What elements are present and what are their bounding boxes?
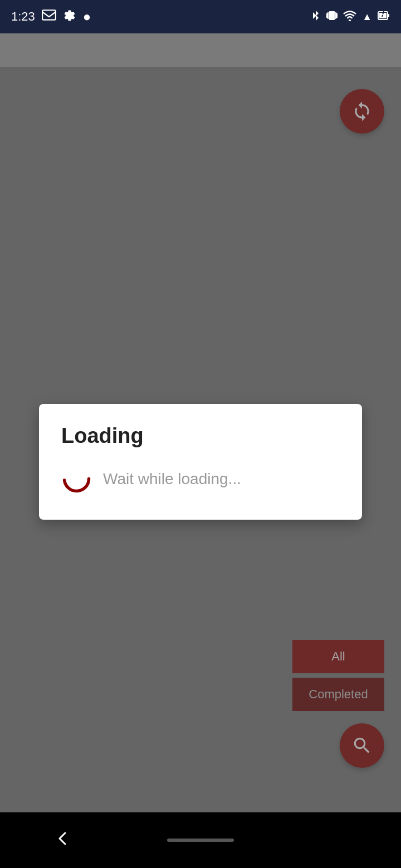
status-bar: 1:23 ● xyxy=(0,0,401,33)
loading-spinner xyxy=(61,463,92,494)
dialog-body: Wait while loading... xyxy=(61,463,340,494)
svg-point-7 xyxy=(349,19,351,21)
signal-icon: ▲ xyxy=(362,11,372,23)
back-button[interactable] xyxy=(43,825,82,856)
settings-icon xyxy=(63,9,76,25)
vibrate-icon xyxy=(326,9,338,25)
home-indicator[interactable] xyxy=(167,839,234,842)
main-background: All Completed Loading Wait while loading… xyxy=(0,33,401,823)
dialog-title: Loading xyxy=(61,424,340,448)
dialog-overlay: Loading Wait while loading... xyxy=(0,67,401,857)
status-bar-right: ▲ xyxy=(311,9,390,25)
bluetooth-icon xyxy=(311,9,321,25)
svg-rect-2 xyxy=(329,11,335,20)
loading-dialog: Loading Wait while loading... xyxy=(39,404,362,520)
battery-icon xyxy=(378,10,390,23)
svg-rect-0 xyxy=(42,10,56,19)
dot-icon: ● xyxy=(83,9,91,24)
status-time: 1:23 xyxy=(11,9,35,24)
navigation-bar xyxy=(0,812,401,868)
message-icon xyxy=(42,9,56,24)
wifi-icon xyxy=(343,10,356,23)
status-bar-left: 1:23 ● xyxy=(11,9,91,25)
svg-rect-10 xyxy=(388,14,389,17)
svg-point-13 xyxy=(65,467,89,491)
dialog-message: Wait while loading... xyxy=(103,470,241,488)
